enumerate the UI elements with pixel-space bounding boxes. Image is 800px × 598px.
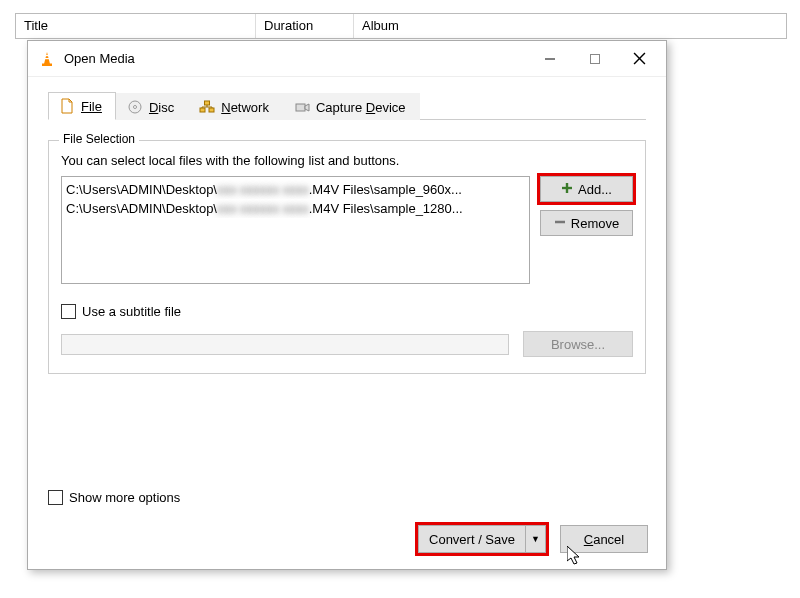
subtitle-checkbox[interactable] bbox=[61, 304, 76, 319]
convert-save-label: Convert / Save bbox=[429, 532, 515, 547]
tab-file[interactable]: File bbox=[48, 92, 116, 120]
svg-rect-3 bbox=[42, 63, 52, 66]
remove-button-label: Remove bbox=[571, 216, 619, 231]
instruction-text: You can select local files with the foll… bbox=[61, 153, 633, 168]
maximize-button[interactable] bbox=[572, 44, 617, 74]
convert-dropdown-icon[interactable]: ▼ bbox=[526, 525, 546, 553]
column-duration[interactable]: Duration bbox=[256, 14, 354, 38]
subtitle-checkbox-label: Use a subtitle file bbox=[82, 304, 181, 319]
tab-disc-label: Disc bbox=[149, 100, 174, 115]
list-item[interactable]: C:\Users\ADMIN\Desktop\xxx xxxxxx xxxx.M… bbox=[66, 199, 525, 218]
svg-rect-10 bbox=[200, 108, 205, 112]
file-selection-group: File Selection You can select local file… bbox=[48, 140, 646, 374]
subtitle-path-input bbox=[61, 334, 509, 355]
file-icon bbox=[59, 98, 75, 114]
tab-capture-label: Capture Device bbox=[316, 100, 406, 115]
cancel-button[interactable]: Cancel bbox=[560, 525, 648, 553]
convert-save-button[interactable]: Convert / Save ▼ bbox=[418, 525, 546, 553]
cancel-button-label: Cancel bbox=[584, 532, 624, 547]
add-button-label: Add... bbox=[578, 182, 612, 197]
browse-button: Browse... bbox=[523, 331, 633, 357]
svg-rect-11 bbox=[209, 108, 214, 112]
remove-button[interactable]: Remove bbox=[540, 210, 633, 236]
tab-network[interactable]: Network bbox=[188, 93, 283, 120]
window-buttons bbox=[527, 44, 662, 74]
vlc-cone-icon bbox=[38, 50, 56, 68]
minus-icon bbox=[554, 216, 566, 231]
dialog-buttons-row: Convert / Save ▼ Cancel bbox=[28, 525, 666, 569]
open-media-dialog: Open Media File bbox=[27, 40, 667, 570]
list-item[interactable]: C:\Users\ADMIN\Desktop\xxx xxxxxx xxxx.M… bbox=[66, 180, 525, 199]
svg-rect-5 bbox=[590, 54, 599, 63]
tab-disc[interactable]: Disc bbox=[116, 93, 188, 120]
tab-capture[interactable]: Capture Device bbox=[283, 93, 420, 120]
tab-file-label: File bbox=[81, 99, 102, 114]
show-more-checkbox[interactable] bbox=[48, 490, 63, 505]
column-title[interactable]: Title bbox=[16, 14, 256, 38]
network-icon bbox=[199, 99, 215, 115]
svg-rect-1 bbox=[45, 55, 49, 56]
dialog-title: Open Media bbox=[64, 51, 135, 66]
tab-network-label: Network bbox=[221, 100, 269, 115]
camera-icon bbox=[294, 99, 310, 115]
titlebar: Open Media bbox=[28, 41, 666, 77]
svg-marker-18 bbox=[305, 104, 309, 111]
plus-icon bbox=[561, 182, 573, 197]
file-list[interactable]: C:\Users\ADMIN\Desktop\xxx xxxxxx xxxx.M… bbox=[61, 176, 530, 284]
column-album[interactable]: Album bbox=[354, 14, 786, 38]
file-selection-legend: File Selection bbox=[59, 132, 139, 146]
close-button[interactable] bbox=[617, 44, 662, 74]
tabs: File Disc bbox=[48, 91, 646, 120]
svg-rect-17 bbox=[296, 104, 305, 111]
svg-rect-2 bbox=[45, 58, 50, 59]
svg-rect-12 bbox=[205, 101, 210, 105]
minimize-button[interactable] bbox=[527, 44, 572, 74]
show-more-label: Show more options bbox=[69, 490, 180, 505]
add-button[interactable]: Add... bbox=[540, 176, 633, 202]
disc-icon bbox=[127, 99, 143, 115]
svg-point-9 bbox=[133, 106, 136, 109]
playlist-header: Title Duration Album bbox=[15, 13, 787, 39]
